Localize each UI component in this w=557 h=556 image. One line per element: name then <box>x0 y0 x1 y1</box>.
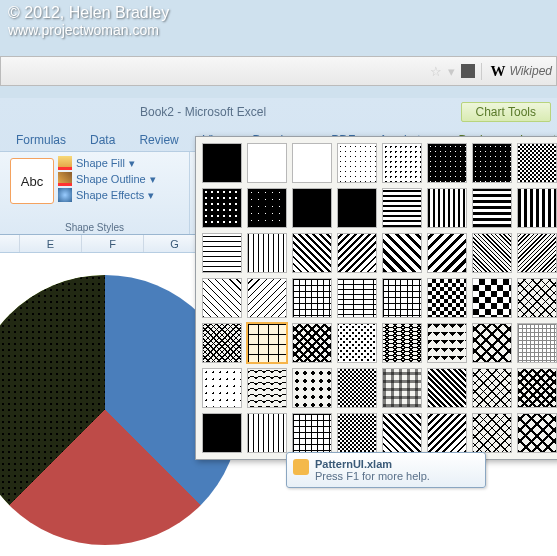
pattern-swatch[interactable] <box>472 413 512 453</box>
pattern-swatch[interactable] <box>427 143 467 183</box>
pattern-swatch[interactable] <box>247 233 287 273</box>
document-title: Book2 - Microsoft Excel <box>140 105 266 119</box>
pattern-swatch[interactable] <box>202 278 242 318</box>
pattern-swatch[interactable] <box>247 143 287 183</box>
browser-toolbar: ☆ ▾ WWikiped <box>0 56 557 86</box>
pattern-swatch[interactable] <box>517 413 557 453</box>
watermark-line2: www.projectwoman.com <box>8 22 169 38</box>
shape-fill-button[interactable]: Shape Fill ▾ <box>58 156 156 170</box>
pattern-swatch[interactable] <box>292 233 332 273</box>
pattern-swatch[interactable] <box>472 188 512 228</box>
pattern-swatch[interactable] <box>337 323 377 363</box>
pattern-swatch[interactable] <box>202 413 242 453</box>
shape-style-preview[interactable]: Abc <box>10 158 54 204</box>
tab-data[interactable]: Data <box>78 129 127 151</box>
tooltip-subtitle: Press F1 for more help. <box>315 470 477 482</box>
pattern-swatch[interactable] <box>517 233 557 273</box>
pattern-swatch[interactable] <box>337 278 377 318</box>
pattern-swatch[interactable] <box>337 143 377 183</box>
pattern-swatch[interactable] <box>247 323 287 363</box>
pattern-swatch[interactable] <box>517 368 557 408</box>
pattern-swatch[interactable] <box>382 278 422 318</box>
bookmark-star-icon[interactable]: ☆ <box>430 64 442 79</box>
pattern-swatch[interactable] <box>382 143 422 183</box>
pattern-swatch[interactable] <box>472 368 512 408</box>
pattern-swatch[interactable] <box>382 188 422 228</box>
pattern-swatch[interactable] <box>517 188 557 228</box>
pattern-swatch[interactable] <box>382 413 422 453</box>
pattern-swatch[interactable] <box>202 323 242 363</box>
watermark-line1: © 2012, Helen Bradley <box>8 4 169 22</box>
pattern-swatch[interactable] <box>292 188 332 228</box>
group-label-shape-styles: Shape Styles <box>0 222 189 233</box>
shape-effects-button[interactable]: Shape Effects ▾ <box>58 188 156 202</box>
pattern-swatch[interactable] <box>337 368 377 408</box>
effects-icon <box>58 188 72 202</box>
pattern-swatch[interactable] <box>472 233 512 273</box>
pattern-swatch[interactable] <box>427 413 467 453</box>
pencil-icon <box>58 172 72 186</box>
tooltip-title: PatternUI.xlam <box>315 458 477 470</box>
pattern-swatch[interactable] <box>202 233 242 273</box>
paint-bucket-icon <box>58 156 72 170</box>
pattern-swatch[interactable] <box>247 188 287 228</box>
pattern-swatch[interactable] <box>202 143 242 183</box>
pattern-swatch[interactable] <box>337 188 377 228</box>
pattern-swatch[interactable] <box>427 368 467 408</box>
pattern-swatch[interactable] <box>382 233 422 273</box>
extension-icon[interactable] <box>461 64 475 78</box>
col-E[interactable]: E <box>20 235 82 252</box>
feed-icon[interactable]: ▾ <box>448 64 455 79</box>
col-F[interactable]: F <box>82 235 144 252</box>
pattern-gallery <box>195 136 557 460</box>
pattern-swatch[interactable] <box>517 143 557 183</box>
pattern-swatch[interactable] <box>517 278 557 318</box>
watermark: © 2012, Helen Bradley www.projectwoman.c… <box>8 4 169 38</box>
tab-review[interactable]: Review <box>127 129 190 151</box>
pattern-swatch[interactable] <box>427 233 467 273</box>
pattern-swatch[interactable] <box>517 323 557 363</box>
pattern-swatch[interactable] <box>247 413 287 453</box>
pattern-swatch[interactable] <box>382 323 422 363</box>
pattern-swatch[interactable] <box>292 278 332 318</box>
pattern-swatch[interactable] <box>382 368 422 408</box>
pattern-swatch[interactable] <box>292 323 332 363</box>
title-bar: Book2 - Microsoft Excel Chart Tools <box>0 98 557 126</box>
pattern-swatch[interactable] <box>472 143 512 183</box>
pattern-swatch[interactable] <box>427 188 467 228</box>
search-provider[interactable]: WWikiped <box>481 63 552 80</box>
tab-formulas[interactable]: Formulas <box>4 129 78 151</box>
pattern-swatch[interactable] <box>427 278 467 318</box>
pattern-swatch[interactable] <box>472 278 512 318</box>
pattern-swatch[interactable] <box>337 233 377 273</box>
pattern-swatch[interactable] <box>337 413 377 453</box>
pattern-swatch[interactable] <box>427 323 467 363</box>
context-tab-label: Chart Tools <box>461 102 551 122</box>
pattern-swatch[interactable] <box>292 413 332 453</box>
pattern-swatch[interactable] <box>247 368 287 408</box>
pattern-swatch[interactable] <box>292 143 332 183</box>
pattern-swatch[interactable] <box>292 368 332 408</box>
pattern-swatch[interactable] <box>202 188 242 228</box>
pattern-swatch[interactable] <box>202 368 242 408</box>
shape-outline-button[interactable]: Shape Outline ▾ <box>58 172 156 186</box>
tooltip: PatternUI.xlam Press F1 for more help. <box>286 452 486 488</box>
pattern-swatch[interactable] <box>472 323 512 363</box>
pattern-swatch[interactable] <box>247 278 287 318</box>
